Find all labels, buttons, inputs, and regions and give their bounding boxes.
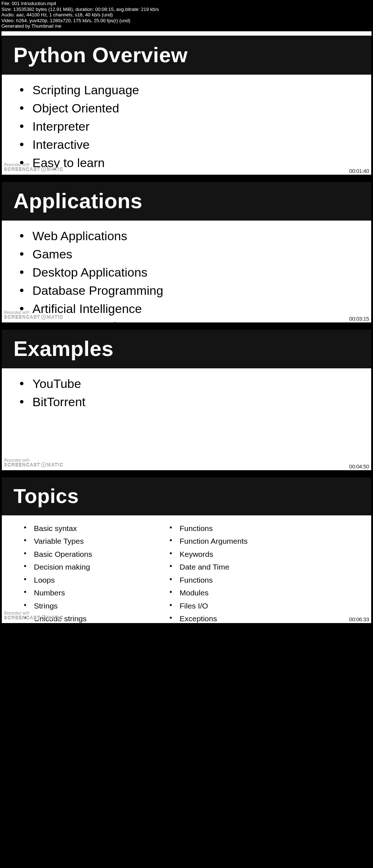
list-item: Object Oriented (30, 100, 362, 117)
list-item: Exceptions (169, 613, 279, 623)
slide-title: Topics (2, 477, 371, 515)
list-item: Interpreter (30, 118, 362, 135)
slide-topics: Topics Basic syntax Variable Types Basic… (1, 477, 372, 623)
watermark-b1: SCREENCAST (4, 462, 40, 468)
slide-body: Scripting Language Object Oriented Inter… (2, 75, 371, 175)
list-item: Strings (24, 600, 133, 612)
list-item: Modules (169, 587, 279, 599)
meta-audio: Audio: aac, 44100 Hz, 1 channels, s16, 4… (1, 12, 372, 18)
list-item: Date and Time (169, 561, 279, 573)
slide-applications: Applications Web Applications Games Desk… (1, 182, 372, 323)
list-item: Basic Operations (24, 548, 133, 560)
list-item: Functions (169, 574, 279, 586)
list-item: Artificial Intelligence (30, 301, 362, 317)
list-item: Image processing (30, 318, 362, 322)
column-b: Functions Function Arguments Keywords Da… (169, 523, 279, 623)
slide-body: Web Applications Games Desktop Applicati… (2, 221, 371, 322)
list-item: YouTube (30, 376, 362, 392)
list-item: Scripting Language (30, 82, 362, 99)
timestamp: 00:06:33 (349, 616, 369, 623)
list-item: Database Programming (30, 282, 362, 299)
list-item: Functions (169, 523, 279, 534)
list-item: Files I/O (169, 600, 279, 612)
timestamp: 00:04:50 (349, 463, 369, 470)
meta-size: Size: 13535382 bytes (12.91 MiB), durati… (1, 7, 372, 12)
timestamp: 00:03:15 (349, 315, 369, 322)
meta-generator: Generated by Thumbnail me (1, 23, 372, 29)
list-item: BitTorrent (30, 394, 362, 411)
slide-python-overview: Python Overview Scripting Language Objec… (1, 36, 372, 175)
list-item: Decision making (24, 561, 133, 573)
slide-title: Applications (2, 182, 371, 221)
slide-body: YouTube BitTorrent Recorded with SCREENC… (2, 368, 371, 470)
list-item: Desktop Applications (30, 264, 362, 281)
bullet-list: YouTube BitTorrent (19, 376, 362, 411)
list-item: Easy to learn (30, 155, 362, 171)
list-item: Web Applications (30, 228, 362, 245)
meta-video: Video: h264, yuv420p, 1280x720, 175 kb/s… (1, 18, 372, 24)
slide-title: Python Overview (2, 36, 371, 75)
meta-file: File: 001 Introduction.mp4 (1, 1, 372, 7)
spacer (1, 31, 372, 36)
list-item: Unicode strings (24, 613, 133, 623)
watermark: Recorded with SCREENCASTMATIC (4, 459, 63, 468)
timestamp: 00:01:40 (349, 167, 369, 175)
slide-title: Examples (2, 330, 371, 368)
slide-examples: Examples YouTube BitTorrent Recorded wit… (1, 329, 372, 471)
watermark-brand: SCREENCASTMATIC (4, 463, 63, 468)
list-item: Variable Types (24, 535, 133, 547)
list-item: Basic syntax (24, 523, 133, 534)
list-item: Interactive (30, 136, 362, 153)
bullet-list: Web Applications Games Desktop Applicati… (19, 228, 362, 322)
bullet-list: Scripting Language Object Oriented Inter… (19, 82, 362, 175)
video-metadata-header: File: 001 Introduction.mp4 Size: 1353538… (0, 0, 373, 30)
watermark-rec: Recorded with (4, 459, 63, 463)
list-item: Numbers (24, 587, 133, 599)
slide-body: Basic syntax Variable Types Basic Operat… (2, 515, 371, 623)
column-a: Basic syntax Variable Types Basic Operat… (24, 523, 133, 623)
list-item: Loops (24, 574, 133, 586)
list-item: Keywords (169, 548, 279, 560)
list-item: Games (30, 246, 362, 263)
watermark-b2: MATIC (47, 462, 63, 468)
list-item: Contains good features from other langua… (30, 173, 362, 175)
two-column-list: Basic syntax Variable Types Basic Operat… (9, 519, 364, 623)
record-icon (41, 462, 46, 467)
list-item: Function Arguments (169, 535, 279, 547)
